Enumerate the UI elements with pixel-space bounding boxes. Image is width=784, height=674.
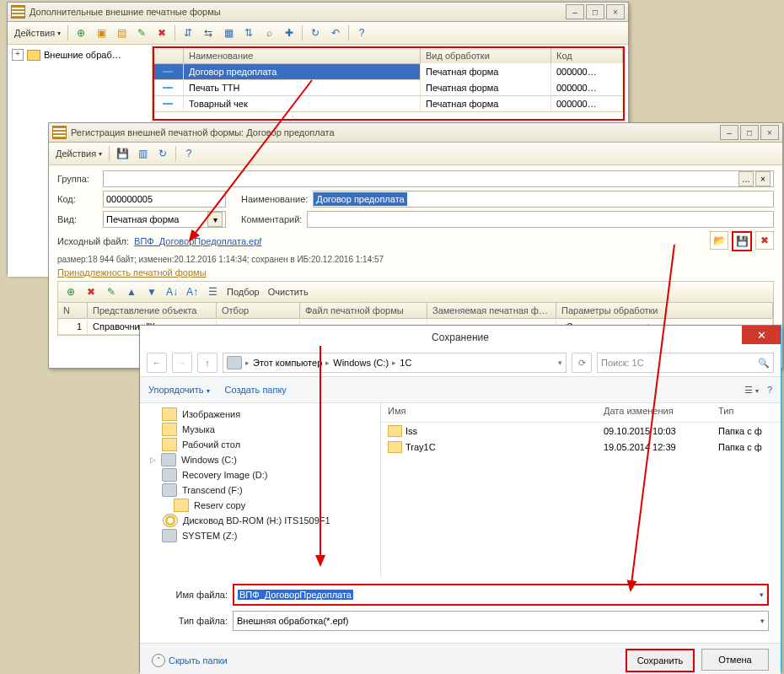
close-button[interactable]: ×	[760, 125, 779, 140]
selection-button[interactable]: Подбор	[223, 283, 263, 300]
srcfile-link[interactable]: ВПФ_ДоговорПредоплата.epf	[134, 236, 261, 246]
down-icon[interactable]: ▼	[142, 283, 161, 301]
crumb-folder[interactable]: 1C	[400, 358, 411, 368]
up-button[interactable]: ↑	[197, 353, 217, 373]
tree-item[interactable]: Изображения	[140, 407, 380, 422]
col-obj[interactable]: Представление объекта	[88, 303, 217, 318]
list-item[interactable]: Tray1C 19.05.2014 12:39 Папка с ф	[381, 439, 781, 455]
col-code[interactable]: Код	[551, 48, 623, 63]
crumb-pc[interactable]: Этот компьютер	[253, 358, 322, 368]
maximize-button[interactable]: □	[740, 125, 759, 140]
sort-icon[interactable]: ⇅	[239, 24, 258, 42]
list-item[interactable]: Iss 09.10.2015 10:03 Папка с ф	[381, 423, 781, 439]
comment-input[interactable]	[307, 211, 774, 228]
tree-item[interactable]: SYSTEM (Z:)	[140, 528, 380, 543]
edit-icon[interactable]: ✎	[132, 24, 151, 42]
undo-icon[interactable]: ↶	[326, 24, 345, 42]
folder-icon	[162, 407, 177, 421]
open-file-icon[interactable]: 📂	[710, 231, 728, 250]
clear-button[interactable]: Очистить	[265, 283, 312, 300]
tree-item[interactable]: Рабочий стол	[140, 437, 380, 452]
folder-icon[interactable]: ▥	[133, 144, 152, 163]
toolbar: Упорядочить ▾ Создать папку ☰ ▾ ?	[140, 377, 781, 403]
actions-menu[interactable]: Действия▾	[52, 145, 105, 162]
col-params[interactable]: Параметры обработки	[556, 303, 773, 318]
sort-za-icon[interactable]: A↑	[183, 283, 201, 301]
back-button[interactable]: ←	[147, 353, 167, 373]
col-date[interactable]: Дата изменения	[597, 403, 712, 422]
col-n[interactable]: N	[58, 303, 88, 318]
hide-folders-link[interactable]: ˄Скрыть папки	[152, 654, 228, 667]
table-row[interactable]: Товарный чек Печатная форма 000000…	[154, 96, 623, 112]
filetype-select[interactable]: Внешняя обработка(*.epf)▾	[233, 611, 769, 631]
find-icon[interactable]: ⌕	[260, 24, 278, 42]
filter-icon[interactable]: ▦	[219, 24, 238, 42]
col-type[interactable]: Тип	[712, 403, 740, 422]
col-file[interactable]: Файл печатной формы	[300, 303, 427, 318]
cell-code: 000000…	[551, 63, 623, 80]
search-input[interactable]: Поиск: 1C 🔍	[597, 353, 774, 373]
expand-icon[interactable]: +	[12, 49, 24, 61]
help-icon[interactable]: ?	[767, 385, 772, 395]
refresh-icon[interactable]: ↻	[306, 24, 325, 42]
hierarchy-icon[interactable]: ⇆	[199, 24, 217, 42]
breadcrumb[interactable]: ▸ Этот компьютер▸ Windows (C:)▸ 1C ▾	[223, 353, 567, 373]
new-folder-button[interactable]: Создать папку	[225, 385, 287, 395]
help-icon[interactable]: ?	[352, 24, 371, 42]
add-folder-icon[interactable]: ▣	[92, 24, 110, 42]
help-icon[interactable]: ?	[180, 144, 198, 163]
up-icon[interactable]: ▲	[122, 283, 141, 301]
minimize-button[interactable]: –	[720, 125, 738, 140]
save-button[interactable]: Сохранить	[626, 649, 695, 672]
tree-item[interactable]: Reserv copy	[140, 498, 380, 513]
refresh-icon[interactable]: ↻	[153, 144, 172, 163]
delete-row-icon[interactable]: ✖	[82, 283, 100, 301]
tree-item[interactable]: Музыка	[140, 422, 380, 437]
tree-root[interactable]: + Внешние обраб…	[10, 47, 149, 62]
move-icon[interactable]: ⇵	[179, 24, 197, 42]
col-replace[interactable]: Заменяемая печатная ф…	[427, 303, 556, 318]
grid-highlighted: Наименование Вид обработки Код Договор п…	[153, 46, 625, 121]
code-input[interactable]: 000000005	[103, 191, 226, 208]
close-button[interactable]: ×	[606, 4, 625, 19]
tree-item[interactable]: Recovery Image (D:)	[140, 467, 380, 483]
col-type[interactable]: Вид обработки	[421, 48, 551, 63]
col-name[interactable]: Имя	[381, 403, 597, 422]
kind-select[interactable]: Печатная форма▾	[103, 211, 226, 228]
tree-item[interactable]: Transcend (F:)	[140, 483, 380, 498]
filename-input[interactable]: ВПФ_ДоговорПредоплата▾	[233, 584, 769, 606]
tree-item[interactable]: Дисковод BD-ROM (H:) ITS1509F1	[140, 513, 380, 528]
dropdown-button[interactable]: ▾	[207, 212, 223, 227]
organize-menu[interactable]: Упорядочить ▾	[148, 385, 210, 395]
group-label: Группа:	[57, 174, 98, 184]
view-menu[interactable]: ☰ ▾	[744, 385, 759, 396]
add-icon[interactable]: ⊕	[72, 24, 90, 42]
clear-button[interactable]: ×	[755, 171, 771, 186]
name-input[interactable]: Договор предоплата	[313, 191, 774, 208]
save-file-icon[interactable]: 💾	[732, 231, 752, 251]
select-button[interactable]: …	[738, 171, 754, 186]
refresh-button[interactable]: ⟳	[572, 353, 592, 373]
sort-az-icon[interactable]: A↓	[163, 283, 181, 301]
minimize-button[interactable]: –	[566, 4, 584, 19]
add-row-icon[interactable]: ⊕	[62, 283, 80, 301]
table-row[interactable]: Договор предоплата Печатная форма 000000…	[154, 64, 623, 80]
edit-row-icon[interactable]: ✎	[102, 283, 121, 301]
cancel-button[interactable]: Отмена	[701, 649, 769, 671]
close-button[interactable]: ✕	[742, 326, 781, 344]
save-icon[interactable]: 💾	[113, 144, 132, 163]
crumb-c[interactable]: Windows (C:)	[333, 358, 389, 368]
col-filter[interactable]: Отбор	[217, 303, 300, 318]
clear-file-icon[interactable]: ✖	[755, 231, 774, 250]
list-icon[interactable]: ☰	[203, 283, 222, 301]
filter2-icon[interactable]: ✚	[280, 24, 298, 42]
folder-icon	[162, 423, 177, 436]
delete-icon[interactable]: ✖	[153, 24, 171, 42]
col-name[interactable]: Наименование	[184, 48, 421, 63]
copy-icon[interactable]: ▤	[112, 24, 131, 42]
table-row[interactable]: Печать ТТН Печатная форма 000000…	[154, 80, 623, 96]
tree-item[interactable]: ▷Windows (C:)	[140, 452, 380, 467]
maximize-button[interactable]: □	[586, 4, 604, 19]
group-input[interactable]: …×	[103, 170, 774, 187]
actions-menu[interactable]: Действия▾	[11, 24, 64, 41]
